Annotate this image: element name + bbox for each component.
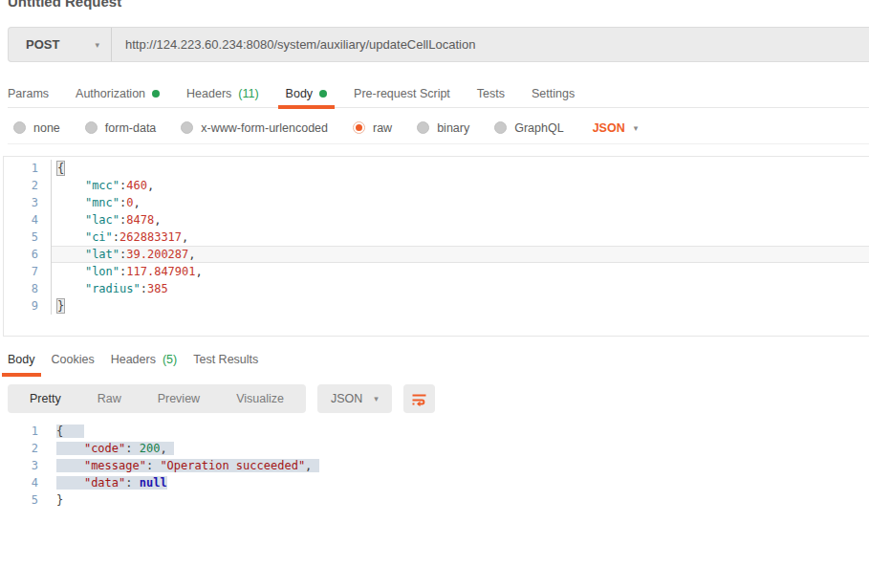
line-number: 2 xyxy=(4,177,52,194)
wrap-lines-button[interactable] xyxy=(403,384,435,413)
body-type-binary[interactable]: binary xyxy=(417,121,469,135)
tab-count-badge: (11) xyxy=(238,87,258,100)
code-content: "mnc":0, xyxy=(52,194,869,211)
code-content: "lon":117.847901, xyxy=(52,263,869,280)
line-number: 4 xyxy=(4,211,52,229)
line-number: 2 xyxy=(3,440,51,457)
view-preview[interactable]: Preview xyxy=(140,384,218,413)
line-number: 5 xyxy=(3,491,51,509)
response-view-switcher: PrettyRawPreviewVisualize xyxy=(8,384,306,413)
tab-label: Params xyxy=(8,87,49,100)
code-content: } xyxy=(52,297,869,315)
tab-label: Pre-request Script xyxy=(354,87,450,100)
line-number: 3 xyxy=(4,194,52,211)
tab-settings[interactable]: Settings xyxy=(532,80,575,107)
code-content: { xyxy=(52,160,869,177)
tab-headers[interactable]: Headers(5) xyxy=(111,346,178,373)
tab-body[interactable]: Body xyxy=(8,346,35,373)
code-token: "mnc" xyxy=(85,196,119,209)
tab-tests[interactable]: Tests xyxy=(477,80,505,107)
code-token xyxy=(56,476,84,490)
code-token xyxy=(63,425,84,438)
line-number: 1 xyxy=(3,423,51,440)
body-type-raw[interactable]: raw xyxy=(353,121,392,135)
radio-icon xyxy=(353,121,365,134)
tab-label: Body xyxy=(8,353,35,366)
body-type-label: binary xyxy=(437,121,469,135)
code-line: 2 "code": 200, xyxy=(3,440,869,457)
body-type-options: noneform-datax-www-form-urlencodedrawbin… xyxy=(13,121,564,135)
tab-label: Body xyxy=(286,87,314,100)
code-token: , xyxy=(188,248,195,261)
body-type-label: GraphQL xyxy=(514,121,563,135)
body-type-graphql[interactable]: GraphQL xyxy=(494,121,563,135)
page-title: Untitled Request xyxy=(8,0,121,10)
code-token xyxy=(57,230,85,244)
code-token: "lac" xyxy=(85,213,119,227)
code-line: 1{ xyxy=(4,160,869,177)
code-token: 117.847901 xyxy=(126,265,195,278)
radio-icon xyxy=(417,121,429,134)
method-select[interactable]: POST ▾ xyxy=(9,28,112,61)
tab-label: Authorization xyxy=(76,87,145,100)
response-language-select[interactable]: JSON ▾ xyxy=(317,384,392,413)
tab-pre-request-script[interactable]: Pre-request Script xyxy=(354,80,450,107)
code-token: 8478 xyxy=(126,213,154,227)
request-tabs: ParamsAuthorizationHeaders(11)BodyPre-re… xyxy=(8,80,869,108)
tab-label: Cookies xyxy=(52,353,95,366)
tab-cookies[interactable]: Cookies xyxy=(52,346,95,373)
url-bar: POST ▾ http://124.223.60.234:8080/system… xyxy=(8,27,869,62)
line-number: 8 xyxy=(4,280,52,297)
code-token: , xyxy=(182,230,188,244)
code-token: , xyxy=(147,179,154,192)
line-number: 7 xyxy=(4,263,52,280)
code-token: 0 xyxy=(126,196,133,209)
chevron-down-icon: ▾ xyxy=(374,394,379,403)
code-token: , xyxy=(134,196,141,209)
code-line: 9} xyxy=(4,297,869,315)
code-token: "message" xyxy=(84,459,146,472)
tab-test-results[interactable]: Test Results xyxy=(193,346,258,373)
view-raw[interactable]: Raw xyxy=(79,384,140,413)
line-number: 5 xyxy=(4,229,52,246)
tab-body[interactable]: Body xyxy=(286,80,328,107)
wrap-lines-icon xyxy=(411,392,427,406)
body-type-form-data[interactable]: form-data xyxy=(85,121,157,135)
tab-label: Headers xyxy=(111,353,156,366)
code-token: "data" xyxy=(84,476,125,490)
code-line: 8 "radius":385 xyxy=(4,280,869,297)
code-line: 1{ xyxy=(3,423,869,440)
view-pretty[interactable]: Pretty xyxy=(11,384,79,413)
line-number: 4 xyxy=(3,474,51,491)
code-content: "lat":39.200287, xyxy=(52,246,869,263)
code-line: 4 "data": null xyxy=(3,474,869,491)
tab-authorization[interactable]: Authorization xyxy=(76,80,160,107)
radio-icon xyxy=(181,121,193,134)
code-token: } xyxy=(56,493,63,507)
code-token: 262883317 xyxy=(119,230,182,244)
code-token: null xyxy=(140,476,167,490)
line-number: 3 xyxy=(3,457,51,474)
response-toolbar: PrettyRawPreviewVisualize JSON ▾ xyxy=(8,384,435,413)
green-dot-icon xyxy=(152,90,160,98)
tab-params[interactable]: Params xyxy=(8,80,49,107)
request-body-editor[interactable]: 1{2 "mcc":460,3 "mnc":0,4 "lac":8478,5 "… xyxy=(3,156,869,337)
response-tabs: BodyCookiesHeaders(5)Test Results xyxy=(8,346,869,373)
code-token xyxy=(57,196,85,209)
code-content: "ci":262883317, xyxy=(52,229,869,246)
code-token: 200 xyxy=(140,442,161,455)
code-token xyxy=(167,442,174,455)
url-input[interactable]: http://124.223.60.234:8080/system/auxili… xyxy=(112,28,869,61)
body-type-none[interactable]: none xyxy=(13,121,60,135)
code-token: 385 xyxy=(147,282,168,295)
code-token: "radius" xyxy=(85,282,141,295)
body-type-x-www-form-urlencoded[interactable]: x-www-form-urlencoded xyxy=(181,121,328,135)
postman-request-page: Untitled Request POST ▾ http://124.223.6… xyxy=(0,0,869,588)
response-body-viewer[interactable]: 1{ 2 "code": 200, 3 "message": "Operatio… xyxy=(3,423,869,514)
view-visualize[interactable]: Visualize xyxy=(218,384,302,413)
body-language-select[interactable]: JSON ▾ xyxy=(593,121,639,135)
tab-headers[interactable]: Headers(11) xyxy=(186,80,259,107)
code-token: "mcc" xyxy=(85,179,119,192)
code-token: "ci" xyxy=(85,230,113,244)
code-token: , xyxy=(196,265,203,278)
